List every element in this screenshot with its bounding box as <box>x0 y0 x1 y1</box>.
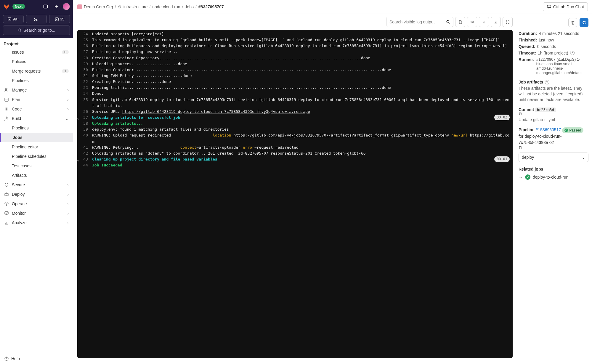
pipeline-link[interactable]: #1536960517 <box>536 127 561 132</box>
code-icon <box>4 107 9 111</box>
sidebar-item-secure[interactable]: Secure› <box>0 180 73 190</box>
copy-icon[interactable] <box>519 146 588 150</box>
stage-select[interactable]: deploy ⌄ <box>519 153 588 162</box>
line-content: This command is equivalent to running `g… <box>92 37 510 43</box>
line-content: Building using Buildpacks and deploying … <box>92 43 510 49</box>
sidebar-item-manage[interactable]: Manage› <box>0 85 73 95</box>
line-content: Setting IAM Policy.....................d… <box>92 73 510 79</box>
crumb-group[interactable]: infrastructure <box>123 4 148 9</box>
sidebar-item-build-tests[interactable]: Test cases <box>0 161 73 171</box>
log-search-submit[interactable] <box>443 17 453 27</box>
crumb-org[interactable]: Demo Corp Org <box>84 4 113 9</box>
sidebar-item-code[interactable]: Code› <box>0 104 73 114</box>
svg-point-2 <box>34 18 35 19</box>
chart-icon <box>4 220 9 225</box>
related-job-item[interactable]: → ✓ deploy-to-cloud-run <box>519 174 588 180</box>
sidebar-item-pipelines[interactable]: Pipelines <box>0 76 73 85</box>
line-content: Cleaning up project directory and file b… <box>92 156 492 162</box>
job-log: 24Updated property [core/project].25This… <box>77 30 513 358</box>
svg-point-8 <box>7 89 8 90</box>
timeout-label: Timeout: <box>519 51 536 55</box>
duration-value: 4 minutes 21 seconds <box>539 31 579 36</box>
sidebar-item-monitor[interactable]: Monitor› <box>0 209 73 218</box>
search-button[interactable]: Search or go to... <box>3 25 70 35</box>
line-number: 39 <box>80 126 92 132</box>
plus-icon[interactable] <box>52 2 60 11</box>
download-raw-button[interactable] <box>455 17 465 27</box>
log-line: ⌄37Uploading artifacts for successful jo… <box>77 115 513 121</box>
log-line: 31Setting IAM Policy....................… <box>77 73 513 79</box>
line-content: Done. <box>92 91 510 97</box>
arrow-down-icon <box>494 20 498 24</box>
sidebar-item-build-editor[interactable]: Pipeline editor <box>0 142 73 152</box>
collapse-icon[interactable]: ⌄ <box>77 157 80 163</box>
line-number: 31 <box>80 73 92 79</box>
sidebar-item-build-jobs[interactable]: Jobs <box>0 133 73 142</box>
timeout-value: 1h (from project) <box>538 51 568 55</box>
status-passed-icon: ✓ <box>525 174 530 180</box>
sidebar-item-deploy[interactable]: Deploy› <box>0 190 73 199</box>
sidebar-item-operate[interactable]: Operate› <box>0 199 73 209</box>
avatar[interactable] <box>63 3 70 10</box>
line-content: Building and deploying new service... <box>92 49 510 55</box>
erase-job-button[interactable] <box>568 18 577 27</box>
duo-chat-button[interactable]: GitLab Duo Chat <box>543 2 588 11</box>
shield-icon <box>4 182 9 187</box>
line-number: 24 <box>80 31 92 37</box>
group-icon: ⚙ <box>118 4 122 9</box>
scroll-bottom-button[interactable] <box>491 17 501 27</box>
log-link[interactable]: https://gitlab-64428319-deploy-to-cloud-… <box>122 109 310 114</box>
artifacts-desc: These artifacts are the latest. They wil… <box>519 86 588 102</box>
sidebar-item-build-schedules[interactable]: Pipeline schedules <box>0 152 73 161</box>
help-icon[interactable]: ? <box>570 51 575 55</box>
line-number: 28 <box>80 55 92 61</box>
sidebar-item-merge-requests[interactable]: Merge requests1 <box>0 66 73 76</box>
commit-message: Update gitlab-ci.yml <box>519 117 588 123</box>
sidebar-item-build-artifacts[interactable]: Artifacts <box>0 171 73 180</box>
sidebar-item-plan[interactable]: Plan› <box>0 95 73 104</box>
calendar-icon <box>4 97 9 102</box>
sidebar-item-build[interactable]: Build⌄ <box>0 114 73 123</box>
log-search-input[interactable] <box>386 17 443 27</box>
sidebar-item-build-pipelines[interactable]: Pipelines <box>0 123 73 133</box>
chevron-right-icon: › <box>67 97 69 102</box>
svg-rect-14 <box>547 5 551 8</box>
sidebar-help[interactable]: Help <box>0 353 73 364</box>
rocket-icon <box>4 116 9 121</box>
pipeline-label: Pipeline <box>519 127 535 132</box>
retry-job-button[interactable] <box>580 18 588 27</box>
log-line: 24Updated property [core/project]. <box>77 31 513 37</box>
collapse-icon[interactable]: ⌄ <box>77 115 80 121</box>
line-number: 34 <box>80 91 92 97</box>
sidebar-item-issues[interactable]: Issues0 <box>0 47 73 57</box>
crumb-section[interactable]: Jobs <box>185 4 194 9</box>
chevron-down-icon: ⌄ <box>65 116 69 121</box>
expand-icon <box>506 20 510 24</box>
line-number: 33 <box>80 85 92 91</box>
svg-point-3 <box>34 20 35 21</box>
log-link[interactable]: https://gitlab.com/api/v4/jobs/832079570… <box>233 133 449 137</box>
commit-sha[interactable]: bc23ca3d <box>535 108 556 112</box>
users-icon <box>4 88 9 92</box>
merge-count-button[interactable] <box>26 15 47 23</box>
sidebar-item-policies[interactable]: Policies <box>0 57 73 66</box>
scroll-top-button[interactable] <box>479 17 489 27</box>
crumb-project[interactable]: node-cloud-run <box>152 4 180 9</box>
expand-button[interactable] <box>503 17 513 27</box>
line-content: Building Container......................… <box>92 67 510 73</box>
log-line: 34Done. <box>77 91 513 97</box>
copy-icon[interactable] <box>519 112 588 116</box>
sidebar-panel-icon[interactable] <box>41 2 50 11</box>
gitlab-logo-icon[interactable] <box>3 3 10 10</box>
sidebar-item-analyze[interactable]: Analyze› <box>0 218 73 227</box>
chevron-right-icon: › <box>67 201 69 206</box>
svg-rect-5 <box>55 17 59 21</box>
help-icon[interactable]: ? <box>545 80 549 84</box>
line-content: Creating Revision.............done <box>92 79 510 85</box>
scroll-to-button[interactable] <box>467 17 477 27</box>
arrow-right-icon: → <box>519 175 523 179</box>
review-count-button[interactable]: 35 <box>49 15 70 23</box>
duration-pill: 00:01 <box>494 156 510 162</box>
line-number: 30 <box>80 67 92 73</box>
todos-count-button[interactable]: 99+ <box>3 15 24 23</box>
